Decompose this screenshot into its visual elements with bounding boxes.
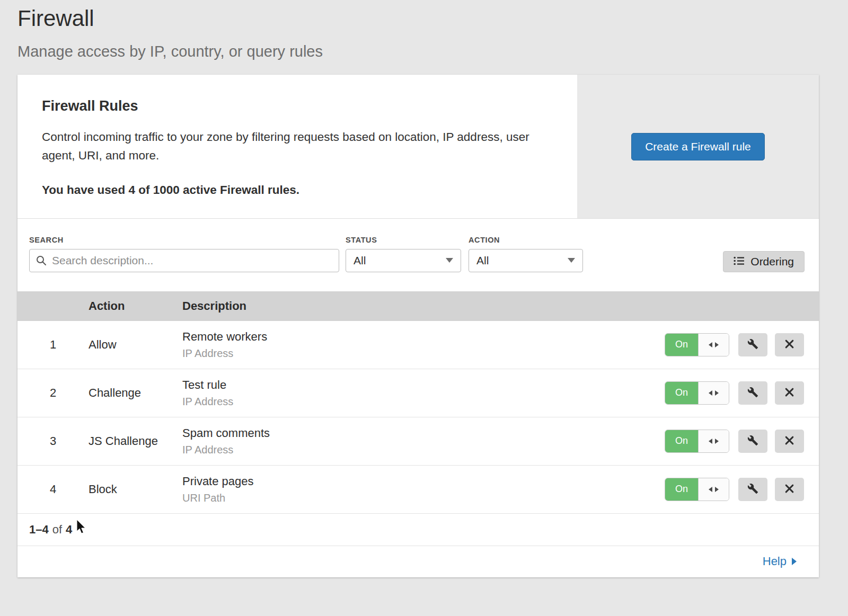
rule-description: Remote workers — [182, 330, 665, 344]
action-select[interactable]: All — [469, 249, 583, 272]
rule-description: Test rule — [182, 378, 665, 392]
rule-controls: On — [665, 478, 804, 501]
priority-reorder-control[interactable] — [698, 478, 729, 501]
wrench-icon — [747, 435, 758, 448]
help-link[interactable]: Help — [763, 555, 797, 568]
pagination-bar: 1–4 of 4 — [17, 514, 819, 546]
pagination-range: 1–4 — [29, 523, 49, 537]
close-icon — [784, 435, 794, 447]
rule-controls: On — [665, 381, 804, 405]
create-rule-panel: Create a Firewall rule — [577, 75, 819, 218]
arrow-left-icon — [709, 390, 712, 396]
arrow-right-icon — [792, 558, 797, 565]
rule-controls: On — [665, 430, 804, 453]
create-firewall-rule-button[interactable]: Create a Firewall rule — [631, 133, 765, 160]
status-filter-group: STATUS All — [346, 236, 461, 272]
wrench-icon — [747, 338, 758, 351]
rule-enabled-toggle[interactable]: On — [665, 430, 729, 453]
rule-match-type: IP Address — [182, 396, 665, 408]
arrow-left-icon — [709, 439, 712, 444]
help-bar: Help — [17, 546, 819, 577]
arrow-left-icon — [709, 342, 712, 347]
page-title: Firewall — [17, 5, 848, 32]
search-filter-group: SEARCH — [29, 236, 339, 272]
action-filter-group: ACTION All — [469, 236, 583, 272]
close-icon — [784, 484, 794, 495]
rule-enabled-toggle[interactable]: On — [665, 381, 729, 405]
rule-description: Private pages — [182, 475, 665, 488]
priority-reorder-control[interactable] — [698, 334, 729, 356]
search-field-wrap — [29, 249, 339, 272]
edit-rule-button[interactable] — [738, 333, 767, 356]
delete-rule-button[interactable] — [775, 478, 804, 501]
page-header: Firewall Manage access by IP, country, o… — [0, 0, 848, 61]
priority-reorder-control[interactable] — [698, 430, 729, 452]
rule-action: Allow — [89, 338, 182, 352]
action-selected-value: All — [476, 254, 489, 267]
chevron-down-icon — [446, 258, 453, 263]
table-row: 3 JS Challenge Spam comments IP Address … — [17, 417, 819, 466]
chevron-down-icon — [568, 258, 575, 263]
table-row: 1 Allow Remote workers IP Address On — [17, 321, 819, 369]
table-row: 2 Challenge Test rule IP Address On — [17, 369, 819, 417]
toggle-on-label[interactable]: On — [665, 430, 698, 452]
arrow-left-icon — [709, 487, 712, 492]
toggle-on-label[interactable]: On — [665, 334, 698, 356]
rule-match-type: IP Address — [182, 347, 665, 360]
rule-enabled-toggle[interactable]: On — [665, 333, 729, 356]
pagination-of: of — [52, 523, 62, 537]
ordered-list-icon — [734, 255, 745, 268]
rule-match-type: URI Path — [182, 492, 665, 504]
rule-description-cell: Remote workers IP Address — [182, 330, 665, 360]
table-row: 4 Block Private pages URI Path On — [17, 466, 819, 514]
status-select[interactable]: All — [346, 249, 461, 272]
wrench-icon — [747, 387, 758, 399]
pagination-total: 4 — [66, 523, 72, 537]
delete-rule-button[interactable] — [775, 430, 804, 453]
edit-rule-button[interactable] — [738, 381, 767, 405]
search-label: SEARCH — [29, 236, 339, 244]
table-header-row: Action Description — [17, 291, 819, 321]
firewall-rules-card: Firewall Rules Control incoming traffic … — [17, 75, 819, 577]
rule-description: Spam comments — [182, 426, 665, 440]
rule-match-type: IP Address — [182, 444, 665, 456]
rule-description-cell: Spam comments IP Address — [182, 426, 665, 456]
rule-description-cell: Private pages URI Path — [182, 475, 665, 504]
arrow-right-icon — [715, 439, 719, 444]
toggle-on-label[interactable]: On — [665, 478, 698, 501]
edit-rule-button[interactable] — [738, 478, 767, 501]
help-link-label: Help — [763, 555, 787, 568]
rule-enabled-toggle[interactable]: On — [665, 478, 729, 501]
usage-summary: You have used 4 of 1000 active Firewall … — [42, 183, 545, 197]
rule-priority: 1 — [17, 338, 89, 352]
close-icon — [784, 387, 794, 399]
intro-section: Firewall Rules Control incoming traffic … — [17, 75, 819, 219]
rule-priority: 3 — [17, 434, 89, 448]
rule-priority: 2 — [17, 386, 89, 400]
rule-action: JS Challenge — [89, 434, 182, 448]
ordering-button-label: Ordering — [750, 255, 794, 268]
search-icon — [36, 255, 47, 269]
rule-priority: 4 — [17, 483, 89, 496]
page-subtitle: Manage access by IP, country, or query r… — [17, 42, 848, 61]
section-description: Control incoming traffic to your zone by… — [42, 128, 545, 165]
action-label: ACTION — [469, 236, 583, 244]
close-icon — [784, 339, 794, 351]
delete-rule-button[interactable] — [775, 381, 804, 405]
delete-rule-button[interactable] — [775, 333, 804, 356]
rule-action: Challenge — [89, 386, 182, 400]
priority-reorder-control[interactable] — [698, 382, 729, 404]
ordering-button[interactable]: Ordering — [723, 251, 805, 272]
section-heading: Firewall Rules — [42, 98, 545, 114]
filters-bar: SEARCH STATUS All ACTION All — [17, 219, 819, 291]
arrow-right-icon — [715, 390, 719, 396]
rule-controls: On — [665, 333, 804, 356]
toggle-on-label[interactable]: On — [665, 382, 698, 404]
arrow-right-icon — [715, 342, 719, 347]
status-label: STATUS — [346, 236, 461, 244]
edit-rule-button[interactable] — [738, 430, 767, 453]
status-selected-value: All — [354, 254, 366, 267]
description-column-header: Description — [182, 299, 819, 313]
arrow-right-icon — [715, 487, 719, 492]
search-input[interactable] — [29, 249, 339, 272]
